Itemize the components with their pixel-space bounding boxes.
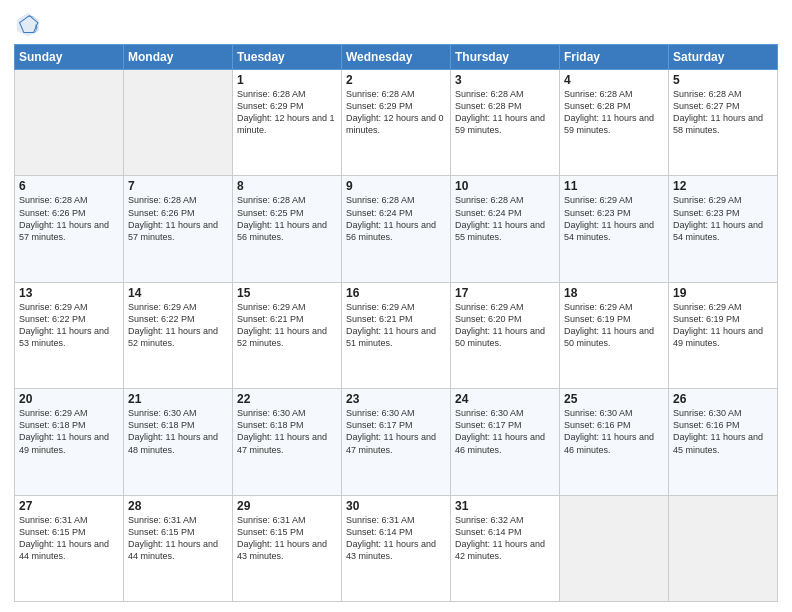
calendar-day-header: Monday [124, 45, 233, 70]
day-number: 3 [455, 73, 555, 87]
cell-info: Sunrise: 6:28 AM Sunset: 6:28 PM Dayligh… [455, 88, 555, 137]
cell-info: Sunrise: 6:30 AM Sunset: 6:17 PM Dayligh… [455, 407, 555, 456]
calendar-week-row: 13Sunrise: 6:29 AM Sunset: 6:22 PM Dayli… [15, 282, 778, 388]
calendar-cell: 14Sunrise: 6:29 AM Sunset: 6:22 PM Dayli… [124, 282, 233, 388]
calendar-cell: 3Sunrise: 6:28 AM Sunset: 6:28 PM Daylig… [451, 70, 560, 176]
cell-info: Sunrise: 6:29 AM Sunset: 6:21 PM Dayligh… [346, 301, 446, 350]
calendar-cell: 12Sunrise: 6:29 AM Sunset: 6:23 PM Dayli… [669, 176, 778, 282]
cell-info: Sunrise: 6:28 AM Sunset: 6:24 PM Dayligh… [455, 194, 555, 243]
cell-info: Sunrise: 6:31 AM Sunset: 6:15 PM Dayligh… [237, 514, 337, 563]
calendar-cell: 5Sunrise: 6:28 AM Sunset: 6:27 PM Daylig… [669, 70, 778, 176]
cell-info: Sunrise: 6:29 AM Sunset: 6:20 PM Dayligh… [455, 301, 555, 350]
cell-info: Sunrise: 6:31 AM Sunset: 6:14 PM Dayligh… [346, 514, 446, 563]
cell-info: Sunrise: 6:29 AM Sunset: 6:19 PM Dayligh… [564, 301, 664, 350]
calendar-cell: 2Sunrise: 6:28 AM Sunset: 6:29 PM Daylig… [342, 70, 451, 176]
cell-info: Sunrise: 6:29 AM Sunset: 6:23 PM Dayligh… [673, 194, 773, 243]
day-number: 15 [237, 286, 337, 300]
day-number: 17 [455, 286, 555, 300]
calendar-cell [15, 70, 124, 176]
day-number: 11 [564, 179, 664, 193]
calendar-cell: 10Sunrise: 6:28 AM Sunset: 6:24 PM Dayli… [451, 176, 560, 282]
calendar-cell: 30Sunrise: 6:31 AM Sunset: 6:14 PM Dayli… [342, 495, 451, 601]
calendar-cell: 25Sunrise: 6:30 AM Sunset: 6:16 PM Dayli… [560, 389, 669, 495]
day-number: 25 [564, 392, 664, 406]
calendar-cell: 29Sunrise: 6:31 AM Sunset: 6:15 PM Dayli… [233, 495, 342, 601]
calendar-day-header: Saturday [669, 45, 778, 70]
cell-info: Sunrise: 6:30 AM Sunset: 6:18 PM Dayligh… [128, 407, 228, 456]
cell-info: Sunrise: 6:29 AM Sunset: 6:22 PM Dayligh… [128, 301, 228, 350]
day-number: 20 [19, 392, 119, 406]
calendar-cell: 18Sunrise: 6:29 AM Sunset: 6:19 PM Dayli… [560, 282, 669, 388]
day-number: 4 [564, 73, 664, 87]
day-number: 12 [673, 179, 773, 193]
calendar-cell: 7Sunrise: 6:28 AM Sunset: 6:26 PM Daylig… [124, 176, 233, 282]
calendar-cell: 9Sunrise: 6:28 AM Sunset: 6:24 PM Daylig… [342, 176, 451, 282]
logo-icon [14, 10, 42, 38]
cell-info: Sunrise: 6:30 AM Sunset: 6:18 PM Dayligh… [237, 407, 337, 456]
page: SundayMondayTuesdayWednesdayThursdayFrid… [0, 0, 792, 612]
calendar-cell: 11Sunrise: 6:29 AM Sunset: 6:23 PM Dayli… [560, 176, 669, 282]
calendar-cell [560, 495, 669, 601]
calendar-day-header: Tuesday [233, 45, 342, 70]
calendar-table: SundayMondayTuesdayWednesdayThursdayFrid… [14, 44, 778, 602]
day-number: 26 [673, 392, 773, 406]
day-number: 1 [237, 73, 337, 87]
calendar-cell: 20Sunrise: 6:29 AM Sunset: 6:18 PM Dayli… [15, 389, 124, 495]
calendar-cell: 8Sunrise: 6:28 AM Sunset: 6:25 PM Daylig… [233, 176, 342, 282]
day-number: 8 [237, 179, 337, 193]
day-number: 22 [237, 392, 337, 406]
day-number: 13 [19, 286, 119, 300]
cell-info: Sunrise: 6:28 AM Sunset: 6:27 PM Dayligh… [673, 88, 773, 137]
cell-info: Sunrise: 6:29 AM Sunset: 6:22 PM Dayligh… [19, 301, 119, 350]
cell-info: Sunrise: 6:30 AM Sunset: 6:17 PM Dayligh… [346, 407, 446, 456]
calendar-cell: 1Sunrise: 6:28 AM Sunset: 6:29 PM Daylig… [233, 70, 342, 176]
calendar-cell: 31Sunrise: 6:32 AM Sunset: 6:14 PM Dayli… [451, 495, 560, 601]
calendar-cell: 17Sunrise: 6:29 AM Sunset: 6:20 PM Dayli… [451, 282, 560, 388]
calendar-cell: 28Sunrise: 6:31 AM Sunset: 6:15 PM Dayli… [124, 495, 233, 601]
day-number: 9 [346, 179, 446, 193]
day-number: 6 [19, 179, 119, 193]
cell-info: Sunrise: 6:29 AM Sunset: 6:18 PM Dayligh… [19, 407, 119, 456]
cell-info: Sunrise: 6:28 AM Sunset: 6:26 PM Dayligh… [19, 194, 119, 243]
cell-info: Sunrise: 6:28 AM Sunset: 6:29 PM Dayligh… [237, 88, 337, 137]
day-number: 29 [237, 499, 337, 513]
cell-info: Sunrise: 6:28 AM Sunset: 6:24 PM Dayligh… [346, 194, 446, 243]
day-number: 27 [19, 499, 119, 513]
calendar-day-header: Friday [560, 45, 669, 70]
calendar-header-row: SundayMondayTuesdayWednesdayThursdayFrid… [15, 45, 778, 70]
calendar-cell: 15Sunrise: 6:29 AM Sunset: 6:21 PM Dayli… [233, 282, 342, 388]
cell-info: Sunrise: 6:28 AM Sunset: 6:29 PM Dayligh… [346, 88, 446, 137]
cell-info: Sunrise: 6:29 AM Sunset: 6:21 PM Dayligh… [237, 301, 337, 350]
day-number: 14 [128, 286, 228, 300]
calendar-week-row: 27Sunrise: 6:31 AM Sunset: 6:15 PM Dayli… [15, 495, 778, 601]
day-number: 10 [455, 179, 555, 193]
cell-info: Sunrise: 6:30 AM Sunset: 6:16 PM Dayligh… [673, 407, 773, 456]
calendar-cell: 23Sunrise: 6:30 AM Sunset: 6:17 PM Dayli… [342, 389, 451, 495]
cell-info: Sunrise: 6:29 AM Sunset: 6:19 PM Dayligh… [673, 301, 773, 350]
day-number: 16 [346, 286, 446, 300]
cell-info: Sunrise: 6:32 AM Sunset: 6:14 PM Dayligh… [455, 514, 555, 563]
calendar-cell: 24Sunrise: 6:30 AM Sunset: 6:17 PM Dayli… [451, 389, 560, 495]
calendar-day-header: Wednesday [342, 45, 451, 70]
cell-info: Sunrise: 6:31 AM Sunset: 6:15 PM Dayligh… [128, 514, 228, 563]
header [14, 10, 778, 38]
calendar-cell [669, 495, 778, 601]
cell-info: Sunrise: 6:28 AM Sunset: 6:25 PM Dayligh… [237, 194, 337, 243]
calendar-cell: 4Sunrise: 6:28 AM Sunset: 6:28 PM Daylig… [560, 70, 669, 176]
cell-info: Sunrise: 6:28 AM Sunset: 6:28 PM Dayligh… [564, 88, 664, 137]
day-number: 28 [128, 499, 228, 513]
logo [14, 10, 46, 38]
day-number: 21 [128, 392, 228, 406]
calendar-day-header: Thursday [451, 45, 560, 70]
calendar-cell: 26Sunrise: 6:30 AM Sunset: 6:16 PM Dayli… [669, 389, 778, 495]
calendar-cell: 16Sunrise: 6:29 AM Sunset: 6:21 PM Dayli… [342, 282, 451, 388]
calendar-cell [124, 70, 233, 176]
day-number: 18 [564, 286, 664, 300]
calendar-cell: 6Sunrise: 6:28 AM Sunset: 6:26 PM Daylig… [15, 176, 124, 282]
day-number: 7 [128, 179, 228, 193]
calendar-cell: 19Sunrise: 6:29 AM Sunset: 6:19 PM Dayli… [669, 282, 778, 388]
day-number: 23 [346, 392, 446, 406]
cell-info: Sunrise: 6:30 AM Sunset: 6:16 PM Dayligh… [564, 407, 664, 456]
day-number: 19 [673, 286, 773, 300]
calendar-cell: 27Sunrise: 6:31 AM Sunset: 6:15 PM Dayli… [15, 495, 124, 601]
